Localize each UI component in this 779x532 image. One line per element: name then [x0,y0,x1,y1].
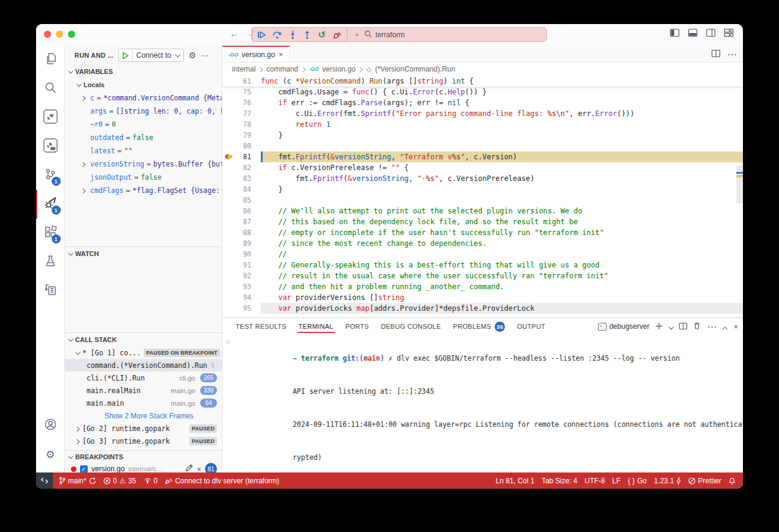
editor-gutter[interactable]: 77 [222,108,261,119]
code-editor[interactable]: 61 func (c *VersionCommand) Run(args []s… [222,76,743,317]
code-line[interactable]: 61 func (c *VersionCommand) Run(args []s… [222,76,743,87]
maximize-window-button[interactable] [68,31,75,38]
problems-status[interactable]: 0 ⚠ 35 [100,477,140,485]
stack-frame-row[interactable]: [Go 3] runtime.gopark PAUSED [65,435,222,447]
code-line[interactable]: 76 if err := cmdFlags.Parse(args); err !… [222,97,743,108]
remove-breakpoint-icon[interactable]: × [197,465,201,473]
code-line[interactable]: 93 // and then hit a problem running _an… [222,281,743,292]
code-line[interactable]: 94 var providerVersions []string [222,292,743,303]
breadcrumb-item[interactable]: version.go [322,65,355,73]
editor-gutter[interactable]: 80 [222,141,261,151]
encoding-status[interactable]: UTF-8 [581,477,609,485]
close-tab-icon[interactable]: × [278,50,283,59]
panel-tab[interactable]: TEST RESULTS [230,318,293,335]
editor-gutter[interactable]: 91 [222,260,261,271]
breakpoint-checkbox[interactable]: ✓ [80,465,88,473]
variable-row[interactable]: outdated = false [65,131,222,144]
panel-tab[interactable]: PORTS [340,318,375,335]
indentation-status[interactable]: Tab Size: 4 [538,477,581,485]
editor-gutter[interactable]: 87 [222,216,261,227]
toggle-panel-icon[interactable] [688,29,697,37]
editor-gutter[interactable]: 86 [222,206,261,216]
editor-gutter[interactable]: 89 [222,238,261,249]
editor-gutter[interactable]: 94 [222,292,261,303]
go-version-status[interactable]: 1.23.1 [650,477,685,485]
editor-gutter[interactable]: 93 [222,281,261,292]
sidebar-item-search[interactable] [36,75,65,103]
editor-gutter[interactable]: 84 [222,184,261,195]
stack-frame-row[interactable]: [Go 2] runtime.gopark PAUSED [65,422,222,435]
code-line[interactable]: 75 cmdFlags.Usage = func() { c.Ui.Error(… [222,87,743,97]
eol-status[interactable]: LF [609,477,625,485]
code-line[interactable]: 86 // We'll also attempt to print out th… [222,206,743,216]
watch-section-header[interactable]: WATCH [65,247,222,260]
locals-scope[interactable]: Locals [65,78,222,91]
close-panel-icon[interactable]: × [733,322,738,331]
restart-icon[interactable]: ↺ [318,31,326,39]
breadcrumb-item[interactable]: internal [232,65,255,73]
step-out-icon[interactable] [304,31,311,39]
editor-gutter[interactable]: 79 [222,130,261,141]
breadcrumb-item[interactable]: (*VersionCommand).Run [375,65,455,73]
code-line[interactable]: 85 [222,195,743,206]
breakpoint-row[interactable]: ✓ version.go internal/c... × 81 [65,463,222,472]
code-line[interactable]: 80 [222,141,743,151]
editor-gutter[interactable]: 90 [222,249,261,260]
panel-tab[interactable]: TERMINAL [293,318,340,335]
remote-indicator[interactable] [36,472,53,489]
maximize-panel-icon[interactable] [723,321,727,332]
breakpoints-section-header[interactable]: BREAKPOINTS [65,451,222,463]
code-line[interactable]: 95 var providerLocks map[addrs.Provider]… [222,303,743,314]
stack-frame-row[interactable]: main.realMain main.go 339 [65,384,222,397]
search-box[interactable]: terraform [364,30,405,40]
variable-row[interactable]: jsonOutput = false [65,171,222,184]
stack-frame-row[interactable]: Show 2 More Stack Frames [65,409,222,422]
editor-gutter[interactable]: 92 [222,271,261,281]
step-into-icon[interactable] [289,31,296,39]
code-line[interactable]: 90 // [222,249,743,260]
debug-session-status[interactable]: Connect to dlv server (terraform) [161,477,283,485]
terminal-output[interactable]: ○ → terraform git:(main) ✗ dlv exec $GOB… [222,335,743,472]
code-line[interactable]: 81 fmt.Fprintf(&versionString, "Terrafor… [222,151,743,162]
code-line[interactable]: 89 // since the most recent change to de… [222,238,743,249]
panel-tab[interactable]: DEBUG CONSOLE [375,318,447,335]
code-line[interactable]: 87 // this based on the dependency lock … [222,216,743,227]
new-terminal-icon[interactable] [656,321,662,332]
toggle-secondary-sidebar-icon[interactable] [706,29,715,37]
editor-gutter[interactable]: 95 [222,303,261,314]
variable-row[interactable]: versionString = bytes.Buffer {buf… [65,157,222,171]
code-line[interactable]: 78 return 1 [222,119,743,130]
variables-section-header[interactable]: VARIABLES [65,65,222,78]
sidebar-item-extensions[interactable]: 1 [36,219,65,248]
git-branch-status[interactable]: main* [55,477,100,485]
sidebar-item-source-control[interactable]: 1 [36,161,65,190]
edit-breakpoint-icon[interactable] [185,464,193,472]
editor-gutter[interactable]: 76 [222,97,261,108]
split-editor-icon[interactable] [712,49,720,60]
breadcrumb-item[interactable]: command [266,65,298,73]
stack-frame-row[interactable]: main.main main.go 64 [65,397,222,409]
toggle-sidebar-icon[interactable] [670,29,679,37]
disconnect-icon[interactable] [333,31,342,39]
language-mode-status[interactable]: { } Go [625,477,650,485]
editor-more-actions-icon[interactable]: ⋯ [727,49,737,60]
panel-tab[interactable]: PROBLEMS 35 [447,318,512,335]
call-stack-section-header[interactable]: CALL STACK [65,333,222,346]
variable-row[interactable]: ~r0 = 0 [65,118,222,131]
variable-row[interactable]: args = []string len: 0, cap: 0, [] [65,105,222,118]
code-line[interactable]: 91 // Generally-speaking this is a best-… [222,260,743,271]
terminal-dropdown-icon[interactable] [669,321,673,332]
panel-tab[interactable]: OUTPUT [511,318,551,335]
close-window-button[interactable] [44,31,51,38]
code-line[interactable]: 79 } [222,130,743,141]
settings-button[interactable]: ⚙ [36,440,65,469]
prettier-status[interactable]: Prettier [685,477,725,485]
more-actions-icon[interactable]: ⋯ [201,51,209,60]
back-icon[interactable]: ← [230,28,239,38]
debug-settings-gear-icon[interactable]: ⚙ [189,50,197,60]
step-over-icon[interactable] [273,31,282,39]
chevron-down-icon[interactable] [175,54,183,57]
code-line[interactable]: 82 if c.VersionPrerelease != "" { [222,162,743,173]
stack-frame-row[interactable]: * [Go 1] co... PAUSED ON BREAKPOINT [65,346,222,359]
sidebar-item-terraform[interactable] [36,103,65,132]
